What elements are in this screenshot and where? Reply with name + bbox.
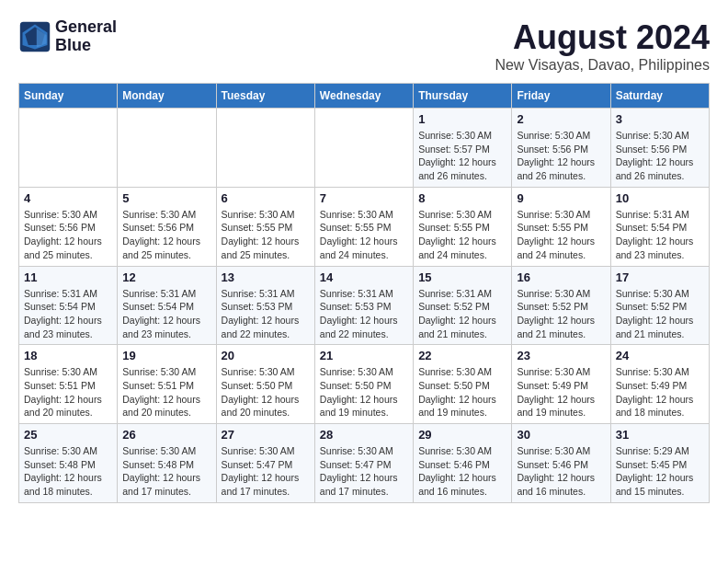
day-info: Sunrise: 5:29 AM Sunset: 5:45 PM Dayligh… — [616, 444, 704, 499]
day-number: 19 — [122, 349, 210, 362]
calendar-cell: 13Sunrise: 5:31 AM Sunset: 5:53 PM Dayli… — [216, 266, 314, 345]
day-number: 27 — [222, 428, 310, 442]
month-year: August 2024 — [495, 18, 710, 57]
calendar-cell: 23Sunrise: 5:30 AM Sunset: 5:49 PM Dayli… — [512, 345, 610, 424]
day-info: Sunrise: 5:30 AM Sunset: 5:52 PM Dayligh… — [517, 287, 605, 341]
calendar-cell: 29Sunrise: 5:30 AM Sunset: 5:46 PM Dayli… — [414, 424, 512, 503]
weekday-header-tuesday: Tuesday — [216, 84, 314, 109]
day-number: 4 — [24, 191, 112, 205]
week-row-4: 18Sunrise: 5:30 AM Sunset: 5:51 PM Dayli… — [19, 345, 710, 424]
day-number: 6 — [222, 191, 310, 205]
day-number: 7 — [320, 191, 408, 205]
day-number: 11 — [24, 270, 112, 284]
weekday-header-monday: Monday — [118, 84, 216, 109]
day-info: Sunrise: 5:30 AM Sunset: 5:55 PM Dayligh… — [222, 208, 310, 262]
day-number: 21 — [320, 349, 408, 362]
week-row-3: 11Sunrise: 5:31 AM Sunset: 5:54 PM Dayli… — [19, 266, 710, 345]
weekday-header-wednesday: Wednesday — [314, 84, 413, 109]
calendar-cell — [314, 109, 413, 188]
calendar-cell: 15Sunrise: 5:31 AM Sunset: 5:52 PM Dayli… — [414, 266, 512, 345]
calendar-cell: 9Sunrise: 5:30 AM Sunset: 5:55 PM Daylig… — [512, 187, 610, 266]
calendar-cell: 19Sunrise: 5:30 AM Sunset: 5:51 PM Dayli… — [118, 345, 216, 424]
day-number: 14 — [320, 270, 408, 284]
week-row-1: 1Sunrise: 5:30 AM Sunset: 5:57 PM Daylig… — [19, 109, 710, 188]
calendar-cell — [216, 109, 314, 188]
day-info: Sunrise: 5:30 AM Sunset: 5:46 PM Dayligh… — [418, 444, 506, 499]
calendar-cell: 28Sunrise: 5:30 AM Sunset: 5:47 PM Dayli… — [314, 424, 413, 503]
calendar-cell: 11Sunrise: 5:31 AM Sunset: 5:54 PM Dayli… — [19, 266, 118, 345]
day-info: Sunrise: 5:30 AM Sunset: 5:56 PM Dayligh… — [122, 208, 210, 262]
day-number: 18 — [24, 349, 112, 362]
weekday-header-row: SundayMondayTuesdayWednesdayThursdayFrid… — [19, 84, 710, 109]
day-info: Sunrise: 5:30 AM Sunset: 5:55 PM Dayligh… — [517, 208, 605, 262]
day-info: Sunrise: 5:30 AM Sunset: 5:49 PM Dayligh… — [517, 365, 605, 419]
day-info: Sunrise: 5:30 AM Sunset: 5:51 PM Dayligh… — [24, 365, 112, 419]
day-number: 12 — [122, 270, 210, 284]
calendar-cell: 2Sunrise: 5:30 AM Sunset: 5:56 PM Daylig… — [512, 109, 610, 188]
day-info: Sunrise: 5:30 AM Sunset: 5:46 PM Dayligh… — [517, 444, 605, 499]
day-info: Sunrise: 5:30 AM Sunset: 5:48 PM Dayligh… — [24, 444, 112, 499]
day-info: Sunrise: 5:30 AM Sunset: 5:50 PM Dayligh… — [320, 365, 408, 419]
calendar-cell: 8Sunrise: 5:30 AM Sunset: 5:55 PM Daylig… — [414, 187, 512, 266]
weekday-header-saturday: Saturday — [610, 84, 709, 109]
calendar-cell: 20Sunrise: 5:30 AM Sunset: 5:50 PM Dayli… — [216, 345, 314, 424]
day-info: Sunrise: 5:31 AM Sunset: 5:52 PM Dayligh… — [418, 287, 506, 341]
calendar-cell: 30Sunrise: 5:30 AM Sunset: 5:46 PM Dayli… — [512, 424, 610, 503]
logo-icon — [18, 20, 51, 53]
day-number: 20 — [222, 349, 310, 362]
day-number: 16 — [517, 270, 605, 284]
calendar-cell: 31Sunrise: 5:29 AM Sunset: 5:45 PM Dayli… — [610, 424, 709, 503]
day-info: Sunrise: 5:30 AM Sunset: 5:56 PM Dayligh… — [24, 208, 112, 262]
day-number: 10 — [616, 191, 704, 205]
day-number: 2 — [517, 112, 605, 126]
day-info: Sunrise: 5:30 AM Sunset: 5:51 PM Dayligh… — [122, 365, 210, 419]
day-info: Sunrise: 5:30 AM Sunset: 5:56 PM Dayligh… — [517, 129, 605, 183]
day-info: Sunrise: 5:31 AM Sunset: 5:53 PM Dayligh… — [222, 287, 310, 341]
weekday-header-sunday: Sunday — [19, 84, 118, 109]
day-number: 28 — [320, 428, 408, 442]
calendar-cell: 6Sunrise: 5:30 AM Sunset: 5:55 PM Daylig… — [216, 187, 314, 266]
calendar-cell: 17Sunrise: 5:30 AM Sunset: 5:52 PM Dayli… — [610, 266, 709, 345]
calendar-cell: 3Sunrise: 5:30 AM Sunset: 5:56 PM Daylig… — [610, 109, 709, 188]
day-info: Sunrise: 5:30 AM Sunset: 5:56 PM Dayligh… — [616, 129, 704, 183]
day-info: Sunrise: 5:31 AM Sunset: 5:54 PM Dayligh… — [122, 287, 210, 341]
calendar-cell: 5Sunrise: 5:30 AM Sunset: 5:56 PM Daylig… — [118, 187, 216, 266]
day-info: Sunrise: 5:30 AM Sunset: 5:55 PM Dayligh… — [418, 208, 506, 262]
calendar-cell: 14Sunrise: 5:31 AM Sunset: 5:53 PM Dayli… — [314, 266, 413, 345]
calendar-cell: 21Sunrise: 5:30 AM Sunset: 5:50 PM Dayli… — [314, 345, 413, 424]
calendar-cell: 25Sunrise: 5:30 AM Sunset: 5:48 PM Dayli… — [19, 424, 118, 503]
calendar-cell: 4Sunrise: 5:30 AM Sunset: 5:56 PM Daylig… — [19, 187, 118, 266]
day-info: Sunrise: 5:30 AM Sunset: 5:52 PM Dayligh… — [616, 287, 704, 341]
week-row-5: 25Sunrise: 5:30 AM Sunset: 5:48 PM Dayli… — [19, 424, 710, 503]
day-number: 9 — [517, 191, 605, 205]
calendar-cell: 22Sunrise: 5:30 AM Sunset: 5:50 PM Dayli… — [414, 345, 512, 424]
calendar-cell: 10Sunrise: 5:31 AM Sunset: 5:54 PM Dayli… — [610, 187, 709, 266]
day-number: 30 — [517, 428, 605, 442]
calendar-cell — [118, 109, 216, 188]
day-number: 1 — [418, 112, 506, 126]
week-row-2: 4Sunrise: 5:30 AM Sunset: 5:56 PM Daylig… — [19, 187, 710, 266]
day-info: Sunrise: 5:30 AM Sunset: 5:50 PM Dayligh… — [418, 365, 506, 419]
day-number: 5 — [122, 191, 210, 205]
weekday-header-friday: Friday — [512, 84, 610, 109]
day-number: 17 — [616, 270, 704, 284]
calendar-cell: 16Sunrise: 5:30 AM Sunset: 5:52 PM Dayli… — [512, 266, 610, 345]
day-number: 3 — [616, 112, 704, 126]
calendar-cell: 18Sunrise: 5:30 AM Sunset: 5:51 PM Dayli… — [19, 345, 118, 424]
calendar-cell: 7Sunrise: 5:30 AM Sunset: 5:55 PM Daylig… — [314, 187, 413, 266]
day-info: Sunrise: 5:30 AM Sunset: 5:49 PM Dayligh… — [616, 365, 704, 419]
day-number: 31 — [616, 428, 704, 442]
day-number: 29 — [418, 428, 506, 442]
logo-text: General Blue — [55, 18, 117, 55]
day-number: 15 — [418, 270, 506, 284]
calendar-cell: 24Sunrise: 5:30 AM Sunset: 5:49 PM Dayli… — [610, 345, 709, 424]
calendar-cell: 1Sunrise: 5:30 AM Sunset: 5:57 PM Daylig… — [414, 109, 512, 188]
day-number: 13 — [222, 270, 310, 284]
logo: General Blue — [18, 18, 117, 55]
day-number: 22 — [418, 349, 506, 362]
day-number: 8 — [418, 191, 506, 205]
calendar-cell: 27Sunrise: 5:30 AM Sunset: 5:47 PM Dayli… — [216, 424, 314, 503]
page-header: General Blue August 2024 New Visayas, Da… — [18, 18, 710, 74]
day-info: Sunrise: 5:31 AM Sunset: 5:54 PM Dayligh… — [24, 287, 112, 341]
day-info: Sunrise: 5:31 AM Sunset: 5:53 PM Dayligh… — [320, 287, 408, 341]
